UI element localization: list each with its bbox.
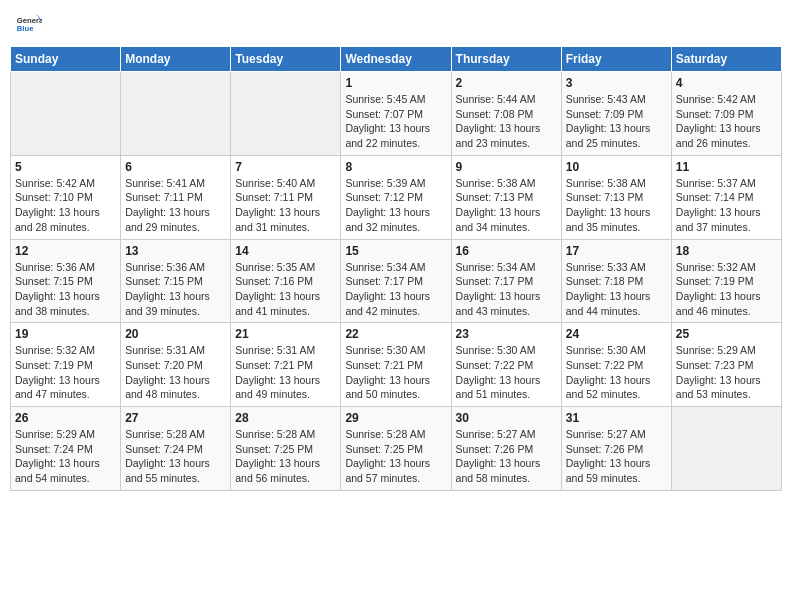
- weekday-header: Thursday: [451, 47, 561, 72]
- day-info: Sunrise: 5:36 AMSunset: 7:15 PMDaylight:…: [15, 260, 116, 319]
- day-info: Sunrise: 5:31 AMSunset: 7:21 PMDaylight:…: [235, 343, 336, 402]
- day-number: 9: [456, 160, 557, 174]
- day-number: 23: [456, 327, 557, 341]
- day-number: 4: [676, 76, 777, 90]
- calendar-week-row: 12Sunrise: 5:36 AMSunset: 7:15 PMDayligh…: [11, 239, 782, 323]
- day-info: Sunrise: 5:27 AMSunset: 7:26 PMDaylight:…: [456, 427, 557, 486]
- day-info: Sunrise: 5:30 AMSunset: 7:22 PMDaylight:…: [566, 343, 667, 402]
- day-info: Sunrise: 5:42 AMSunset: 7:09 PMDaylight:…: [676, 92, 777, 151]
- day-info: Sunrise: 5:28 AMSunset: 7:25 PMDaylight:…: [345, 427, 446, 486]
- day-number: 15: [345, 244, 446, 258]
- calendar-cell: 23Sunrise: 5:30 AMSunset: 7:22 PMDayligh…: [451, 323, 561, 407]
- day-number: 13: [125, 244, 226, 258]
- day-info: Sunrise: 5:31 AMSunset: 7:20 PMDaylight:…: [125, 343, 226, 402]
- weekday-header: Wednesday: [341, 47, 451, 72]
- calendar-cell: 26Sunrise: 5:29 AMSunset: 7:24 PMDayligh…: [11, 407, 121, 491]
- calendar-week-row: 1Sunrise: 5:45 AMSunset: 7:07 PMDaylight…: [11, 72, 782, 156]
- day-info: Sunrise: 5:29 AMSunset: 7:23 PMDaylight:…: [676, 343, 777, 402]
- day-info: Sunrise: 5:45 AMSunset: 7:07 PMDaylight:…: [345, 92, 446, 151]
- day-info: Sunrise: 5:30 AMSunset: 7:21 PMDaylight:…: [345, 343, 446, 402]
- calendar-cell: 4Sunrise: 5:42 AMSunset: 7:09 PMDaylight…: [671, 72, 781, 156]
- calendar-cell: 25Sunrise: 5:29 AMSunset: 7:23 PMDayligh…: [671, 323, 781, 407]
- day-info: Sunrise: 5:38 AMSunset: 7:13 PMDaylight:…: [566, 176, 667, 235]
- calendar-cell: 7Sunrise: 5:40 AMSunset: 7:11 PMDaylight…: [231, 155, 341, 239]
- day-number: 6: [125, 160, 226, 174]
- calendar-week-row: 19Sunrise: 5:32 AMSunset: 7:19 PMDayligh…: [11, 323, 782, 407]
- day-info: Sunrise: 5:41 AMSunset: 7:11 PMDaylight:…: [125, 176, 226, 235]
- calendar-cell: 17Sunrise: 5:33 AMSunset: 7:18 PMDayligh…: [561, 239, 671, 323]
- calendar-cell: 31Sunrise: 5:27 AMSunset: 7:26 PMDayligh…: [561, 407, 671, 491]
- calendar-cell: 22Sunrise: 5:30 AMSunset: 7:21 PMDayligh…: [341, 323, 451, 407]
- day-number: 7: [235, 160, 336, 174]
- day-number: 3: [566, 76, 667, 90]
- calendar-cell: 27Sunrise: 5:28 AMSunset: 7:24 PMDayligh…: [121, 407, 231, 491]
- calendar-cell: 12Sunrise: 5:36 AMSunset: 7:15 PMDayligh…: [11, 239, 121, 323]
- day-number: 26: [15, 411, 116, 425]
- day-number: 5: [15, 160, 116, 174]
- calendar-cell: 9Sunrise: 5:38 AMSunset: 7:13 PMDaylight…: [451, 155, 561, 239]
- day-number: 16: [456, 244, 557, 258]
- calendar-cell: 10Sunrise: 5:38 AMSunset: 7:13 PMDayligh…: [561, 155, 671, 239]
- calendar-cell: 21Sunrise: 5:31 AMSunset: 7:21 PMDayligh…: [231, 323, 341, 407]
- calendar-cell: 18Sunrise: 5:32 AMSunset: 7:19 PMDayligh…: [671, 239, 781, 323]
- weekday-header: Tuesday: [231, 47, 341, 72]
- day-info: Sunrise: 5:29 AMSunset: 7:24 PMDaylight:…: [15, 427, 116, 486]
- day-info: Sunrise: 5:39 AMSunset: 7:12 PMDaylight:…: [345, 176, 446, 235]
- day-info: Sunrise: 5:42 AMSunset: 7:10 PMDaylight:…: [15, 176, 116, 235]
- calendar-table: SundayMondayTuesdayWednesdayThursdayFrid…: [10, 46, 782, 491]
- day-info: Sunrise: 5:37 AMSunset: 7:14 PMDaylight:…: [676, 176, 777, 235]
- day-number: 31: [566, 411, 667, 425]
- day-number: 1: [345, 76, 446, 90]
- day-number: 28: [235, 411, 336, 425]
- calendar-cell: 29Sunrise: 5:28 AMSunset: 7:25 PMDayligh…: [341, 407, 451, 491]
- calendar-cell: 30Sunrise: 5:27 AMSunset: 7:26 PMDayligh…: [451, 407, 561, 491]
- day-number: 27: [125, 411, 226, 425]
- day-number: 10: [566, 160, 667, 174]
- calendar-cell: 2Sunrise: 5:44 AMSunset: 7:08 PMDaylight…: [451, 72, 561, 156]
- day-number: 18: [676, 244, 777, 258]
- weekday-header: Friday: [561, 47, 671, 72]
- day-number: 29: [345, 411, 446, 425]
- day-number: 21: [235, 327, 336, 341]
- day-number: 2: [456, 76, 557, 90]
- day-number: 24: [566, 327, 667, 341]
- day-info: Sunrise: 5:27 AMSunset: 7:26 PMDaylight:…: [566, 427, 667, 486]
- day-number: 22: [345, 327, 446, 341]
- day-info: Sunrise: 5:35 AMSunset: 7:16 PMDaylight:…: [235, 260, 336, 319]
- day-info: Sunrise: 5:40 AMSunset: 7:11 PMDaylight:…: [235, 176, 336, 235]
- day-number: 8: [345, 160, 446, 174]
- calendar-week-row: 26Sunrise: 5:29 AMSunset: 7:24 PMDayligh…: [11, 407, 782, 491]
- weekday-header-row: SundayMondayTuesdayWednesdayThursdayFrid…: [11, 47, 782, 72]
- weekday-header: Sunday: [11, 47, 121, 72]
- svg-text:General: General: [17, 16, 42, 25]
- calendar-week-row: 5Sunrise: 5:42 AMSunset: 7:10 PMDaylight…: [11, 155, 782, 239]
- calendar-cell: 1Sunrise: 5:45 AMSunset: 7:07 PMDaylight…: [341, 72, 451, 156]
- svg-text:Blue: Blue: [17, 24, 34, 33]
- day-info: Sunrise: 5:34 AMSunset: 7:17 PMDaylight:…: [345, 260, 446, 319]
- day-number: 12: [15, 244, 116, 258]
- calendar-cell: [11, 72, 121, 156]
- day-info: Sunrise: 5:32 AMSunset: 7:19 PMDaylight:…: [15, 343, 116, 402]
- calendar-cell: 13Sunrise: 5:36 AMSunset: 7:15 PMDayligh…: [121, 239, 231, 323]
- day-number: 25: [676, 327, 777, 341]
- day-number: 14: [235, 244, 336, 258]
- calendar-cell: [121, 72, 231, 156]
- calendar-cell: [671, 407, 781, 491]
- day-number: 30: [456, 411, 557, 425]
- day-number: 17: [566, 244, 667, 258]
- day-info: Sunrise: 5:28 AMSunset: 7:24 PMDaylight:…: [125, 427, 226, 486]
- calendar-cell: 24Sunrise: 5:30 AMSunset: 7:22 PMDayligh…: [561, 323, 671, 407]
- calendar-cell: 8Sunrise: 5:39 AMSunset: 7:12 PMDaylight…: [341, 155, 451, 239]
- calendar-cell: [231, 72, 341, 156]
- day-info: Sunrise: 5:34 AMSunset: 7:17 PMDaylight:…: [456, 260, 557, 319]
- day-info: Sunrise: 5:28 AMSunset: 7:25 PMDaylight:…: [235, 427, 336, 486]
- logo-icon: General Blue: [14, 10, 42, 38]
- day-info: Sunrise: 5:38 AMSunset: 7:13 PMDaylight:…: [456, 176, 557, 235]
- page-header: General Blue: [10, 10, 782, 38]
- day-number: 19: [15, 327, 116, 341]
- weekday-header: Saturday: [671, 47, 781, 72]
- calendar-cell: 3Sunrise: 5:43 AMSunset: 7:09 PMDaylight…: [561, 72, 671, 156]
- logo: General Blue: [14, 10, 42, 38]
- day-info: Sunrise: 5:43 AMSunset: 7:09 PMDaylight:…: [566, 92, 667, 151]
- calendar-cell: 19Sunrise: 5:32 AMSunset: 7:19 PMDayligh…: [11, 323, 121, 407]
